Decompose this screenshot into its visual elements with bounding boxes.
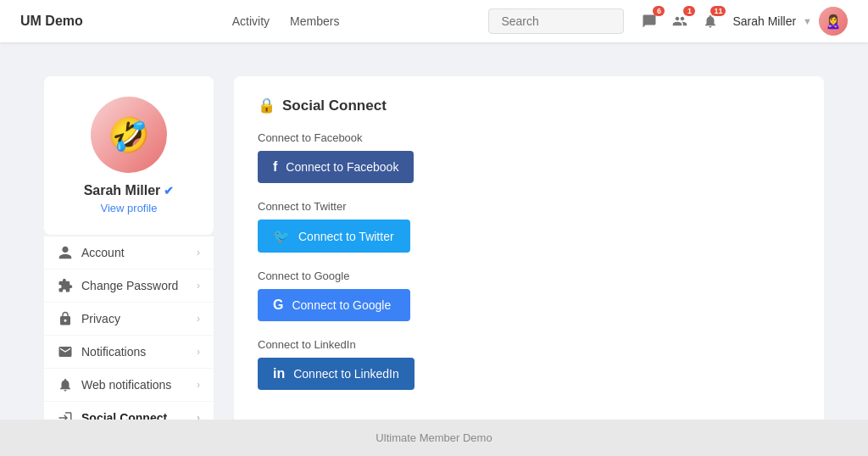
connect-twitter-button[interactable]: 🐦 Connect to Twitter [258,220,410,253]
nav-item-web-notifications[interactable]: Web notifications › [44,369,214,402]
site-logo: UM Demo [20,14,83,29]
google-section: Connect to Google G Connect to Google [258,270,800,321]
nav-privacy-chevron: › [197,313,200,325]
nav-webnotifications-chevron: › [197,379,200,391]
header-icons: 6 1 11 [637,9,722,33]
user-avatar-img: 🙎‍♀️ [819,7,848,36]
connect-linkedin-button[interactable]: in Connect to LinkedIn [258,358,415,390]
connect-facebook-button[interactable]: f Connect to Facebook [258,151,414,183]
nav-changepassword-label: Change Password [81,279,188,292]
messages-badge: 6 [653,6,665,16]
google-label: Connect to Google [258,270,800,282]
person-icon [58,245,73,260]
nav-item-change-password[interactable]: Change Password › [44,270,214,303]
main-nav: Activity Members [232,14,340,28]
profile-card: 🤣 Sarah Miller ✔ View profile [44,76,214,235]
connect-linkedin-label: Connect to LinkedIn [293,367,399,381]
nav-changepassword-chevron: › [197,280,200,292]
left-panel: 🤣 Sarah Miller ✔ View profile Account › … [44,76,214,456]
linkedin-icon: in [273,366,285,381]
nav-item-account[interactable]: Account › [44,236,214,270]
connect-google-label: Connect to Google [292,298,391,312]
lock-icon [58,311,73,326]
facebook-label: Connect to Facebook [258,131,800,144]
page-layout: 🤣 Sarah Miller ✔ View profile Account › … [27,42,841,456]
verified-icon: ✔ [164,184,174,197]
facebook-icon: f [273,159,277,175]
twitter-section: Connect to Twitter 🐦 Connect to Twitter [258,200,800,253]
linkedin-label: Connect to LinkedIn [258,338,800,351]
messages-icon-badge[interactable]: 6 [637,9,661,33]
nav-notifications-chevron: › [197,346,200,358]
section-title-text: Social Connect [282,97,387,114]
section-title-icon: 🔒 [258,97,275,114]
nav-notifications-label: Notifications [81,345,188,359]
footer: Ultimate Member Demo [0,420,868,456]
view-profile-link[interactable]: View profile [58,202,200,214]
linkedin-section: Connect to LinkedIn in Connect to Linked… [258,338,800,390]
footer-text: Ultimate Member Demo [376,431,492,444]
user-menu-name: Sarah Miller [732,14,796,28]
user-menu-chevron: ▼ [803,16,812,26]
header: UM Demo Activity Members 6 1 11 Sarah Mi… [0,0,868,42]
notifications-badge: 11 [710,6,726,16]
profile-avatar: 🤣 [91,97,167,173]
puzzle-icon [58,278,73,293]
nav-privacy-label: Privacy [81,312,188,325]
friends-badge: 1 [683,6,695,16]
bell-icon [58,377,73,392]
friends-icon-badge[interactable]: 1 [668,9,692,33]
connect-twitter-label: Connect to Twitter [298,230,394,243]
facebook-section: Connect to Facebook f Connect to Faceboo… [258,131,800,183]
content-panel: 🔒 Social Connect Connect to Facebook f C… [234,76,824,456]
nav-item-notifications[interactable]: Notifications › [44,336,214,369]
connect-google-button[interactable]: G Connect to Google [258,289,410,321]
nav-item-privacy[interactable]: Privacy › [44,303,214,336]
profile-name: Sarah Miller ✔ [58,183,200,198]
twitter-icon: 🐦 [273,228,290,244]
user-menu[interactable]: Sarah Miller ▼ 🙎‍♀️ [732,7,848,36]
nav-members[interactable]: Members [290,14,339,28]
twitter-label: Connect to Twitter [258,200,800,213]
connect-facebook-label: Connect to Facebook [286,160,398,174]
messages-icon [642,14,657,29]
nav-webnotifications-label: Web notifications [81,378,188,392]
user-avatar-header: 🙎‍♀️ [819,7,848,36]
google-icon: G [273,298,283,313]
envelope-icon [58,344,73,359]
notifications-icon-badge[interactable]: 11 [698,9,722,33]
nav-activity[interactable]: Activity [232,14,270,28]
nav-account-chevron: › [197,247,200,259]
search-input[interactable] [488,8,624,34]
friends-icon [672,14,687,29]
section-title: 🔒 Social Connect [258,97,800,114]
nav-account-label: Account [81,246,188,259]
